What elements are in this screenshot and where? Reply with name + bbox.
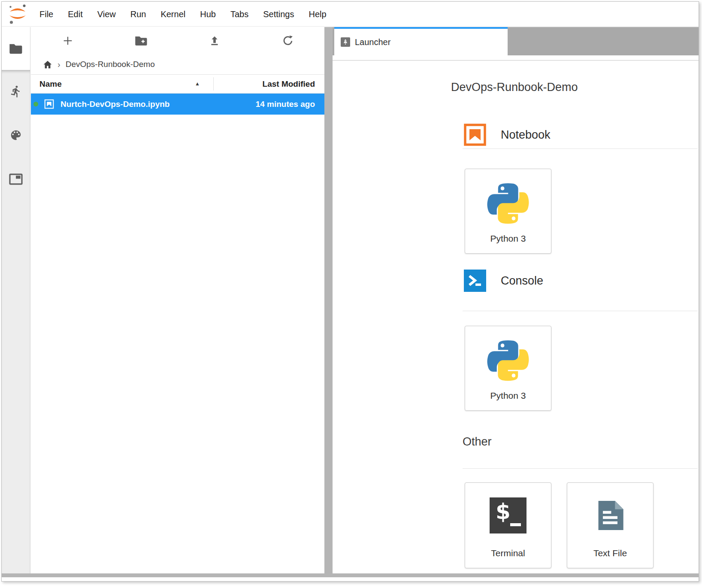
sidebar-item-running-sessions[interactable]: [9, 85, 23, 98]
window-bottom-edge: [2, 573, 699, 577]
refresh-button[interactable]: [251, 35, 324, 47]
card-label: Terminal: [465, 548, 551, 558]
running-kernel-indicator: [33, 102, 38, 106]
refresh-icon: [282, 35, 294, 47]
notebook-file-icon: [44, 99, 54, 109]
card-label: Python 3: [465, 391, 551, 401]
upload-icon: [209, 35, 220, 47]
launcher-title: DevOps-Runbook-Demo: [451, 81, 578, 94]
launcher-panel: Launcher DevOps-Runbook-Demo Notebook: [333, 27, 699, 577]
launcher-body: DevOps-Runbook-Demo Notebook: [333, 61, 699, 577]
file-browser-toolbar: [31, 27, 324, 55]
running-man-icon: [9, 85, 22, 98]
menu-file[interactable]: File: [32, 2, 61, 26]
column-header-name[interactable]: Name: [39, 75, 62, 93]
python-logo-icon: [465, 338, 551, 383]
file-browser-panel: › DevOps-Runbook-Demo Name ▲ Last Modifi…: [31, 27, 324, 577]
sidebar-item-command-palette[interactable]: [9, 128, 23, 142]
notebook-icon: [464, 124, 486, 146]
breadcrumb: › DevOps-Runbook-Demo: [31, 55, 324, 74]
tab-launcher-label: Launcher: [355, 37, 390, 47]
jupyterlab-window: File Edit View Run Kernel Hub Tabs Setti…: [1, 1, 699, 582]
column-divider: [213, 77, 214, 91]
plus-icon: [62, 35, 74, 47]
python-logo-icon: [465, 181, 551, 226]
menu-settings[interactable]: Settings: [256, 2, 301, 26]
palette-icon: [9, 129, 22, 142]
main-area: › DevOps-Runbook-Demo Name ▲ Last Modifi…: [2, 27, 699, 577]
column-header-last-modified[interactable]: Last Modified: [263, 75, 315, 93]
menu-run[interactable]: Run: [123, 2, 154, 26]
tabs-icon: [9, 173, 23, 185]
menu-tabs[interactable]: Tabs: [223, 2, 256, 26]
file-list-header: Name ▲ Last Modified: [31, 74, 324, 94]
card-label: Python 3: [465, 233, 551, 244]
upload-button[interactable]: [178, 35, 251, 47]
file-row-selected[interactable]: Nurtch-DevOps-Demo.ipynb 14 minutes ago: [31, 94, 324, 115]
tab-launcher[interactable]: Launcher: [334, 27, 508, 55]
menu-hub[interactable]: Hub: [193, 2, 223, 26]
file-name: Nurtch-DevOps-Demo.ipynb: [61, 100, 256, 109]
breadcrumb-current-folder[interactable]: DevOps-Runbook-Demo: [66, 60, 155, 69]
home-icon[interactable]: [43, 60, 52, 69]
sidebar-background: [2, 70, 30, 577]
console-icon: [464, 270, 486, 292]
section-other-label: Other: [463, 435, 492, 449]
tab-underbar: [333, 55, 699, 61]
launcher-card-console-python3[interactable]: Python 3: [465, 326, 551, 411]
new-folder-button[interactable]: [104, 35, 178, 46]
menu-items: File Edit View Run Kernel Hub Tabs Setti…: [32, 2, 334, 26]
new-launcher-button[interactable]: [31, 35, 104, 47]
sidebar-item-open-tabs[interactable]: [9, 172, 23, 186]
menu-view[interactable]: View: [90, 2, 123, 26]
section-divider: [463, 311, 698, 311]
menu-edit[interactable]: Edit: [61, 2, 90, 26]
launcher-card-text-file[interactable]: Text File: [567, 482, 654, 568]
section-other: Other: [463, 435, 492, 449]
section-divider: [463, 468, 698, 469]
menu-help[interactable]: Help: [301, 2, 333, 26]
menu-kernel[interactable]: Kernel: [153, 2, 193, 26]
terminal-icon: $: [465, 497, 551, 533]
left-sidebar: [2, 27, 30, 577]
breadcrumb-separator: ›: [57, 60, 61, 70]
tab-bar: Launcher: [333, 27, 699, 55]
sidebar-item-files[interactable]: [2, 27, 30, 70]
file-last-modified: 14 minutes ago: [256, 100, 315, 109]
section-divider: [463, 149, 698, 149]
launcher-card-terminal[interactable]: $ Terminal: [465, 482, 551, 568]
section-notebook-label: Notebook: [501, 128, 551, 142]
card-label: Text File: [567, 548, 653, 558]
section-console: Console: [464, 270, 543, 292]
section-console-label: Console: [501, 274, 543, 288]
section-notebook: Notebook: [464, 124, 551, 146]
panel-splitter[interactable]: [324, 27, 333, 577]
new-folder-icon: [135, 35, 148, 46]
folder-icon: [9, 43, 23, 55]
jupyter-logo-icon: [8, 3, 27, 25]
menu-bar: File Edit View Run Kernel Hub Tabs Setti…: [2, 2, 699, 27]
rocket-icon: [341, 37, 350, 47]
text-file-icon: [567, 497, 653, 533]
sort-ascending-icon: ▲: [195, 75, 200, 93]
launcher-card-notebook-python3[interactable]: Python 3: [465, 169, 551, 254]
